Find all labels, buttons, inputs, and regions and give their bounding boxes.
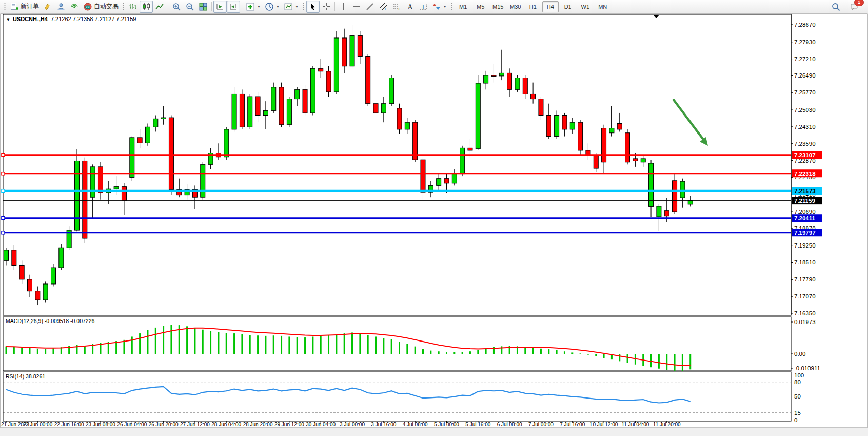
chart-collapse-icon[interactable]: ▼ <box>6 17 10 22</box>
text-button[interactable]: A <box>403 1 417 13</box>
main-price-pane[interactable] <box>2 14 791 315</box>
price-tick-label: 7.16350 <box>794 310 816 316</box>
label-button[interactable]: T <box>417 1 430 13</box>
rsi-pane[interactable] <box>3 372 791 421</box>
price-tick-label: 7.25030 <box>794 107 816 113</box>
autotrade-button[interactable]: 自动交易 <box>81 1 121 13</box>
bear-candle <box>491 75 496 77</box>
price-tick-label: 7.27930 <box>794 39 816 45</box>
bull-candle <box>381 104 386 113</box>
date-tick-label: 28 Jun 04:00 <box>211 422 241 427</box>
bull-candle <box>232 94 236 129</box>
bull-candle <box>657 206 661 217</box>
search-button[interactable] <box>829 1 842 13</box>
toolbar-grip <box>122 2 125 11</box>
bear-candle <box>507 73 512 89</box>
bear-candle <box>664 211 669 216</box>
svg-text:7.21159: 7.21159 <box>794 198 815 204</box>
autotrade-icon <box>83 2 92 11</box>
signal-icon <box>70 2 79 11</box>
profile-button[interactable] <box>54 1 68 13</box>
rsi-axis-label: 50 <box>794 393 801 400</box>
timeframe-button-m5[interactable]: M5 <box>472 1 489 12</box>
bull-candle <box>310 68 315 113</box>
bear-candle <box>578 122 583 150</box>
bull-candle <box>515 78 520 90</box>
templates-button[interactable]: ▼ <box>282 1 301 13</box>
bear-candle <box>98 167 103 193</box>
macd-pane[interactable] <box>3 317 791 371</box>
trendline-button[interactable] <box>363 1 377 13</box>
timeframe-button-m1[interactable]: M1 <box>455 1 471 12</box>
chevron-down-icon[interactable]: ▼ <box>257 5 261 8</box>
svg-text:A: A <box>407 3 413 11</box>
price-tick-label: 7.27210 <box>794 56 816 62</box>
bull-candle <box>499 73 504 75</box>
candles-chart-button[interactable] <box>140 1 153 13</box>
bull-candle <box>688 201 693 204</box>
line-chart-button[interactable] <box>153 1 166 13</box>
chart-title[interactable]: ▼USDCNH-,H4 7.21262 7.21358 7.21127 7.21… <box>6 16 136 22</box>
bull-candle <box>201 164 205 197</box>
bear-candle <box>531 94 536 99</box>
periods-button[interactable]: ▼ <box>263 1 282 13</box>
bull-candle <box>570 122 575 129</box>
signals-button[interactable] <box>68 1 81 13</box>
shapes-button[interactable]: ▼ <box>430 1 449 13</box>
timeframe-button-m30[interactable]: M30 <box>507 1 524 12</box>
crosshair-button[interactable] <box>320 1 333 13</box>
zoom-in-button[interactable] <box>170 1 183 13</box>
timeframe-button-mn[interactable]: MN <box>595 1 611 12</box>
chevron-down-icon[interactable]: ▼ <box>295 5 299 8</box>
chevron-down-icon[interactable]: ▼ <box>443 5 447 8</box>
bear-candle <box>27 279 32 291</box>
bull-candle <box>334 38 339 92</box>
date-tick-label: 26 Jun 04:00 <box>117 422 147 427</box>
chat-button[interactable]: 1 <box>847 1 861 13</box>
bars-chart-button[interactable] <box>126 1 140 13</box>
chart-tool-button[interactable] <box>41 1 54 13</box>
zoom-out-button[interactable] <box>183 1 196 13</box>
date-tick-label: 29 Jun 12:00 <box>274 422 304 427</box>
chevron-down-icon[interactable]: ▼ <box>276 5 280 8</box>
tile-windows-icon <box>199 2 208 11</box>
vertical-line-button[interactable] <box>337 1 350 13</box>
bull-candle <box>460 148 465 174</box>
date-tick-label: 23 Jun 08:00 <box>86 422 115 427</box>
bull-candle <box>350 35 354 66</box>
new-order-button[interactable]: 新订单 <box>8 1 41 13</box>
timeframe-button-h4[interactable]: H4 <box>542 1 559 12</box>
mt4-window: { "toolbar": { "trade_buttons": [ {"name… <box>0 0 868 436</box>
chart-shift-button[interactable] <box>227 1 240 13</box>
bull-candle <box>680 181 685 198</box>
tile-windows-button[interactable] <box>196 1 210 13</box>
bear-candle <box>625 133 630 162</box>
cursor-button[interactable] <box>306 1 320 13</box>
timeframe-button-w1[interactable]: W1 <box>577 1 594 12</box>
auto-scroll-button[interactable] <box>213 1 227 13</box>
channel-button[interactable]: E <box>377 1 390 13</box>
time-axis[interactable]: 21 Jun 202322 Jun 00:0022 Jun 16:0023 Ju… <box>1 421 681 427</box>
timeframe-button-d1[interactable]: D1 <box>560 1 576 12</box>
bear-candle <box>279 87 284 125</box>
bear-candle <box>255 97 260 115</box>
fibonacci-button[interactable]: F <box>390 1 403 13</box>
toolbar-separator <box>211 2 212 11</box>
price-tick-label: 7.18510 <box>794 259 816 266</box>
date-tick-label: 10 Jul 12:00 <box>590 422 618 427</box>
bear-candle <box>35 291 40 300</box>
price-tick-label: 7.26490 <box>794 72 816 79</box>
date-tick-label: 3 Jul 16:00 <box>371 422 396 427</box>
timeframe-button-h1[interactable]: H1 <box>525 1 541 12</box>
bull-candle <box>555 116 559 137</box>
indicators-button[interactable]: ▼ <box>244 1 263 13</box>
chart-canvas[interactable]: 7.286707.279307.272107.264907.257707.250… <box>0 0 868 436</box>
macd-indicator-label: MACD(12,26,9) -0.009518 -0.007226 <box>6 318 94 324</box>
timeframe-button-m15[interactable]: M15 <box>490 1 506 12</box>
bear-candle <box>562 116 567 129</box>
svg-text:7.19797: 7.19797 <box>794 230 816 236</box>
svg-text:7.20411: 7.20411 <box>794 215 816 221</box>
bull-candle <box>452 174 457 183</box>
horizontal-line-button[interactable] <box>350 1 363 13</box>
svg-text:7.23107: 7.23107 <box>794 152 816 158</box>
